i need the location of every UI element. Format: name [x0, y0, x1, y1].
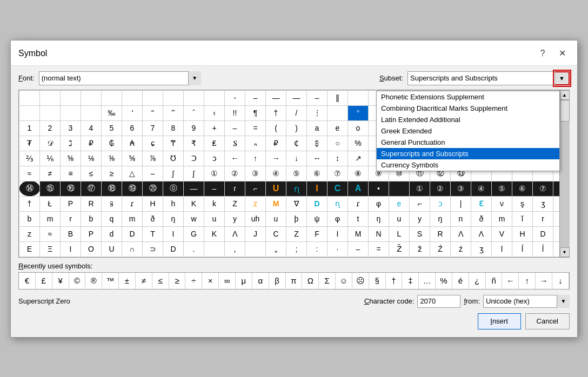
- symbol-cell[interactable]: [19, 105, 40, 120]
- font-select[interactable]: (normal text) Arial Times New Roman Cour…: [39, 71, 201, 85]
- recent-symbol-plusminus[interactable]: ±: [119, 273, 136, 289]
- symbol-cell[interactable]: E: [19, 241, 40, 257]
- symbol-cell[interactable]: D: [307, 196, 328, 211]
- symbol-cell[interactable]: I: [307, 181, 328, 196]
- symbol-cell[interactable]: z̃: [410, 241, 430, 257]
- symbol-cell[interactable]: ②: [430, 181, 451, 196]
- symbol-cell[interactable]: I: [328, 226, 348, 241]
- symbol-cell[interactable]: ∀: [553, 226, 560, 241]
- symbol-cell[interactable]: ≡: [61, 166, 81, 181]
- symbol-cell[interactable]: n: [451, 211, 471, 226]
- symbol-cell[interactable]: [348, 90, 369, 105]
- symbol-cell[interactable]: H: [143, 196, 163, 211]
- symbol-cell[interactable]: [204, 241, 225, 257]
- symbol-cell[interactable]: [61, 90, 81, 105]
- symbol-cell[interactable]: -: [225, 90, 245, 105]
- symbol-cell[interactable]: ⅝: [61, 151, 81, 166]
- symbol-cell[interactable]: !!: [225, 105, 245, 120]
- symbol-cell[interactable]: R: [81, 196, 102, 211]
- symbol-cell[interactable]: ź: [451, 241, 471, 257]
- close-button[interactable]: ✕: [554, 46, 570, 61]
- symbol-cell[interactable]: h: [163, 196, 184, 211]
- symbol-cell[interactable]: r: [225, 181, 245, 196]
- symbol-cell[interactable]: Z: [286, 226, 307, 241]
- symbol-cell[interactable]: ƈ: [553, 196, 560, 211]
- symbol-cell[interactable]: ₽: [266, 136, 286, 151]
- recent-symbol-geq[interactable]: ≥: [169, 273, 186, 289]
- char-code-input[interactable]: [417, 295, 460, 308]
- symbol-cell[interactable]: b: [19, 211, 40, 226]
- symbol-cell[interactable]: ĺ: [512, 241, 533, 257]
- symbol-cell[interactable]: 8: [163, 120, 184, 136]
- symbol-cell[interactable]: b: [81, 211, 102, 226]
- symbol-cell[interactable]: ‴: [163, 105, 184, 120]
- symbol-cell[interactable]: ₷: [225, 136, 245, 151]
- symbol-cell[interactable]: 7: [143, 120, 163, 136]
- symbol-cell[interactable]: ·: [328, 241, 348, 257]
- symbol-cell[interactable]: ①: [204, 166, 225, 181]
- symbol-cell[interactable]: ↔: [307, 151, 328, 166]
- symbol-cell[interactable]: ⑰: [81, 181, 102, 196]
- symbol-cell[interactable]: H: [512, 226, 533, 241]
- symbol-cell[interactable]: —: [286, 90, 307, 105]
- symbol-cell[interactable]: [61, 105, 81, 120]
- symbol-cell[interactable]: 1: [19, 120, 40, 136]
- symbol-cell[interactable]: y: [410, 211, 430, 226]
- symbol-cell[interactable]: V: [492, 226, 512, 241]
- symbol-cell[interactable]: z: [245, 196, 266, 211]
- symbol-cell[interactable]: d: [102, 226, 122, 241]
- symbol-cell[interactable]: ¶: [245, 105, 266, 120]
- scroll-track[interactable]: [560, 100, 570, 247]
- recent-symbol-section[interactable]: §: [369, 273, 386, 289]
- symbol-cell[interactable]: e: [328, 120, 348, 136]
- symbol-cell[interactable]: 3: [61, 120, 81, 136]
- symbol-cell[interactable]: K: [204, 226, 225, 241]
- symbol-cell[interactable]: ⑧: [348, 166, 369, 181]
- symbol-cell[interactable]: ①: [410, 181, 430, 196]
- symbol-cell[interactable]: C: [266, 226, 286, 241]
- symbol-cell[interactable]: ③: [245, 166, 266, 181]
- symbol-cell[interactable]: A: [348, 181, 369, 196]
- recent-symbol-leq[interactable]: ≤: [152, 273, 169, 289]
- symbol-cell[interactable]: G: [184, 226, 204, 241]
- symbol-cell[interactable]: o: [348, 120, 369, 136]
- symbol-cell[interactable]: u: [266, 211, 286, 226]
- symbol-cell[interactable]: :: [307, 241, 328, 257]
- symbol-cell[interactable]: ₵: [286, 136, 307, 151]
- recent-symbol-percent[interactable]: %: [436, 273, 452, 289]
- symbol-cell[interactable]: ③: [451, 181, 471, 196]
- symbol-cell[interactable]: ⌐: [245, 181, 266, 196]
- from-select[interactable]: Unicode (hex) ASCII (decimal) ASCII (hex…: [483, 295, 570, 308]
- symbol-cell[interactable]: Ξ: [40, 241, 61, 257]
- symbol-cell[interactable]: ←: [225, 151, 245, 166]
- recent-symbol-euro[interactable]: €: [19, 273, 36, 289]
- symbol-cell[interactable]: ₮: [19, 136, 40, 151]
- symbol-cell[interactable]: ↑: [245, 151, 266, 166]
- symbol-cell[interactable]: m: [492, 211, 512, 226]
- symbol-cell[interactable]: O: [81, 241, 102, 257]
- symbol-cell[interactable]: ④: [266, 166, 286, 181]
- symbol-cell[interactable]: S: [410, 226, 430, 241]
- symbol-cell[interactable]: J: [245, 226, 266, 241]
- symbol-cell[interactable]: ɔ: [430, 196, 451, 211]
- symbol-cell[interactable]: –: [143, 166, 163, 181]
- recent-symbol-mu[interactable]: μ: [236, 273, 252, 289]
- symbol-cell[interactable]: →: [266, 151, 286, 166]
- symbol-cell[interactable]: ⑮: [40, 181, 61, 196]
- recent-symbol-copyright[interactable]: ©: [69, 273, 86, 289]
- symbol-cell[interactable]: (: [266, 120, 286, 136]
- symbol-cell[interactable]: ,: [225, 241, 245, 257]
- symbol-cell[interactable]: [122, 90, 143, 105]
- symbol-cell[interactable]: ⑥: [512, 181, 533, 196]
- symbol-cell[interactable]: m: [122, 211, 143, 226]
- symbol-cell[interactable]: D: [533, 226, 553, 241]
- recent-symbol-omega[interactable]: Ω: [302, 273, 319, 289]
- symbol-cell[interactable]: m: [40, 211, 61, 226]
- recent-symbol-alpha[interactable]: α: [252, 273, 269, 289]
- symbol-cell[interactable]: –: [307, 90, 328, 105]
- symbol-cell[interactable]: [81, 90, 102, 105]
- symbol-cell[interactable]: Λ: [471, 226, 492, 241]
- cancel-button[interactable]: Cancel: [525, 313, 570, 329]
- symbol-cell[interactable]: ⊃: [143, 241, 163, 257]
- symbol-cell[interactable]: ≈: [40, 226, 61, 241]
